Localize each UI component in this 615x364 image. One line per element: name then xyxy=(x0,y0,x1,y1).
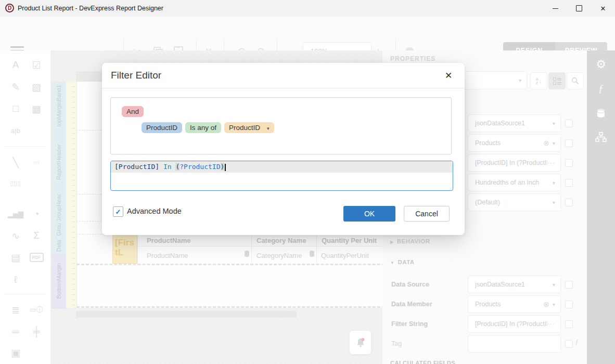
richtext-tool[interactable]: ✎ xyxy=(8,79,23,95)
toolbox-divider xyxy=(4,146,46,147)
checkbox-tool[interactable]: ☑ xyxy=(29,57,44,73)
property-field-default[interactable]: (Default) ▾ xyxy=(468,193,561,211)
band-group[interactable]: Grou xyxy=(52,221,66,238)
table-cell-productname[interactable]: ProductName xyxy=(147,252,188,259)
band-bottom-margin[interactable]: BottomMargin xyxy=(52,254,66,308)
advanced-mode-checkbox[interactable]: ✓ xyxy=(113,206,123,217)
tag-input[interactable] xyxy=(468,335,561,353)
picture-tool[interactable]: ▨ xyxy=(29,79,44,95)
property-checkbox[interactable] xyxy=(565,159,573,167)
properties-tab-button[interactable]: ⚙ xyxy=(587,54,615,75)
filter-expression-editor[interactable]: [ProductID] In (?ProductID) xyxy=(110,161,453,191)
condition-field-pill[interactable]: ProductID xyxy=(142,122,182,133)
horizontal-scrollbar[interactable] xyxy=(76,311,297,318)
property-checkbox[interactable] xyxy=(565,120,573,127)
section-behavior[interactable]: ▶BEHAVIOR xyxy=(390,238,430,244)
table-cell-firstletter[interactable]: [FirstL xyxy=(112,234,137,264)
table-cell-quantity[interactable]: QuantityPerUnit xyxy=(321,252,369,259)
chevron-down-icon: ▾ xyxy=(553,282,555,288)
page-info-tool[interactable]: ▭ⓘ xyxy=(29,302,44,318)
property-checkbox[interactable] xyxy=(565,281,573,289)
property-checkbox[interactable] xyxy=(565,139,573,147)
property-field-filterstring[interactable]: [ProductID] In (?ProductID) ··· xyxy=(468,154,561,172)
summary-tool[interactable]: Σ xyxy=(29,228,44,243)
table-tool[interactable]: ▦ xyxy=(29,101,44,116)
page-info-icon: ▭ⓘ xyxy=(30,305,43,315)
field-list-tab-button[interactable] xyxy=(587,103,615,124)
ok-button[interactable]: OK xyxy=(343,206,395,222)
label-tool[interactable]: A xyxy=(8,57,23,73)
expressions-tab-button[interactable]: ƒ xyxy=(587,78,615,99)
gauge-icon: ◔ xyxy=(33,209,39,220)
data-member-select[interactable]: Products ⊗▾ xyxy=(468,295,561,313)
line-tool[interactable]: ╲ xyxy=(8,154,23,170)
minimize-icon xyxy=(553,8,558,9)
signature-tool[interactable]: ℓ xyxy=(8,272,23,288)
pdf-content-tool[interactable]: PDF xyxy=(29,250,44,265)
label-data-source: Data Source xyxy=(391,281,429,288)
title-bar: D Product List Report - DevExpress Repor… xyxy=(0,0,615,17)
section-data[interactable]: ▼DATA xyxy=(390,259,415,265)
page-break-tool[interactable]: ═ xyxy=(8,324,23,340)
group-operator-pill[interactable]: And xyxy=(122,106,144,117)
property-checkbox[interactable] xyxy=(565,320,573,328)
property-checkbox[interactable] xyxy=(565,199,573,206)
chart-tool[interactable]: ▂▅▇ xyxy=(8,206,23,222)
barcode-icon: ▯▯▯ xyxy=(10,180,21,187)
expression-fx-icon[interactable]: ƒ xyxy=(575,339,579,347)
clear-icon[interactable]: ⊗ xyxy=(543,139,549,147)
cross-band-icon: ▣ xyxy=(11,347,20,359)
condition-operator-pill[interactable]: Is any of xyxy=(185,122,221,133)
close-window-button[interactable]: ✕ xyxy=(591,0,615,17)
gear-icon: ⚙ xyxy=(596,58,606,71)
filter-string-field[interactable]: [ProductID] In (?ProductID) ··· xyxy=(468,315,561,333)
search-icon xyxy=(571,77,579,85)
barcode-tool[interactable]: ▯▯▯ xyxy=(8,175,23,191)
notifications-button[interactable] xyxy=(350,331,371,354)
table-column-border xyxy=(137,234,138,264)
property-checkbox[interactable] xyxy=(565,301,573,308)
check-icon: ✓ xyxy=(116,208,121,216)
table-header-productname[interactable]: ProductName xyxy=(147,237,191,244)
band-report-header[interactable]: ReportHeader xyxy=(52,130,66,194)
band-group-header[interactable]: GroupHead xyxy=(52,194,66,222)
data-source-select[interactable]: jsonDataSource1 ▾ xyxy=(468,276,561,293)
align-tool[interactable]: ╪ xyxy=(29,324,44,340)
property-field-datasource[interactable]: jsonDataSource1 ▾ xyxy=(468,114,561,132)
property-field-datamember[interactable]: Products ⊗▾ xyxy=(468,134,561,152)
character-comb-tool[interactable]: a|b xyxy=(8,123,23,138)
table-column-border xyxy=(251,234,252,264)
band-detail[interactable]: Deta xyxy=(52,238,66,254)
filter-builder-area[interactable]: And ProductID Is any of ProductID▾ xyxy=(110,97,452,154)
sort-az-button[interactable]: AZ ↓ xyxy=(530,72,547,89)
table-cell-categoryname[interactable]: CategoryName xyxy=(257,252,302,259)
property-checkbox[interactable] xyxy=(565,340,573,348)
cancel-button[interactable]: Cancel xyxy=(404,206,450,222)
properties-header: PROPERTIES xyxy=(390,55,435,62)
dialog-close-button[interactable]: ✕ xyxy=(443,70,454,82)
gauge-tool[interactable]: ◔ xyxy=(29,206,44,222)
ellipsis-icon[interactable]: ··· xyxy=(547,320,555,328)
search-properties-button[interactable] xyxy=(567,72,584,89)
table-header-quantity[interactable]: Quantity Per Unit xyxy=(322,237,377,244)
devexpress-logo-icon: D xyxy=(5,4,14,12)
clear-icon[interactable]: ⊗ xyxy=(543,300,549,308)
maximize-button[interactable] xyxy=(567,0,591,17)
cross-band-tool[interactable]: ▣ xyxy=(8,345,23,360)
sparkline-tool[interactable]: ∿ xyxy=(8,228,23,243)
chevron-down-icon: ▾ xyxy=(519,77,521,83)
table-header-categoryname[interactable]: Category Name xyxy=(257,237,306,244)
report-explorer-tab-button[interactable] xyxy=(587,126,615,147)
shape-tool[interactable]: ▫○ xyxy=(29,154,44,170)
grouped-view-button[interactable] xyxy=(548,72,566,89)
form-tool[interactable]: ▤ xyxy=(8,250,23,265)
lines-tool[interactable]: ≣ xyxy=(8,302,23,318)
property-checkbox[interactable] xyxy=(565,179,573,187)
panel-tool[interactable]: □ xyxy=(8,101,23,116)
property-field-measureunit[interactable]: Hundredths of an Inch ▾ xyxy=(468,174,561,191)
ellipsis-icon[interactable]: ··· xyxy=(547,159,555,166)
condition-value-pill[interactable]: ProductID▾ xyxy=(224,122,274,133)
minimize-button[interactable] xyxy=(543,0,567,17)
band-top-margin[interactable]: topMarginBand1 xyxy=(52,82,66,131)
org-chart-icon xyxy=(595,132,607,142)
